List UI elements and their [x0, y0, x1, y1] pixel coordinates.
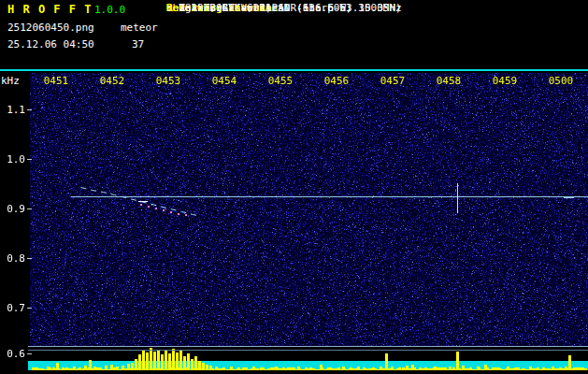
activity-bar	[116, 367, 119, 370]
x-axis-time-label: 0457	[380, 75, 406, 87]
activity-bar	[127, 364, 130, 370]
activity-bar	[456, 352, 459, 370]
activity-bar	[135, 359, 137, 370]
activity-bar	[372, 367, 375, 370]
activity-bar	[507, 367, 509, 370]
activity-bar	[191, 359, 194, 370]
activity-bar	[580, 368, 582, 370]
y-axis-freq-label: 0.9	[0, 203, 25, 215]
app-version: 1.0.0	[94, 4, 125, 16]
activity-bar	[138, 354, 141, 370]
activity-bar	[441, 367, 444, 370]
activity-bar	[434, 367, 437, 370]
activity-bar	[187, 353, 190, 370]
activity-bar	[153, 352, 156, 370]
activity-bar	[529, 367, 532, 370]
activity-bar	[267, 368, 270, 370]
activity-bar	[312, 368, 315, 370]
activity-bar	[150, 348, 152, 370]
activity-bar	[559, 367, 562, 370]
freq-tick-mark	[27, 308, 32, 309]
activity-bar	[222, 367, 225, 370]
activity-bar	[380, 367, 382, 370]
activity-bar	[183, 356, 186, 370]
activity-bar	[426, 368, 429, 370]
activity-bar	[110, 365, 113, 370]
activity-bar	[568, 355, 571, 370]
activity-bar	[385, 353, 388, 370]
activity-bar	[161, 354, 164, 370]
activity-bar	[47, 367, 50, 370]
freq-tick-mark	[27, 353, 32, 354]
info-value: : 2el-HB9CV Vertical (el. E-W)	[166, 2, 352, 14]
output-filename: 2512060450.png	[7, 22, 94, 34]
activity-bar	[89, 360, 92, 370]
x-axis-time-label: 0459	[493, 75, 518, 87]
header-separator-line	[0, 69, 588, 71]
activity-bar	[245, 368, 248, 370]
activity-bar	[365, 368, 367, 370]
freq-tick-mark	[27, 109, 32, 110]
activity-bar	[67, 368, 70, 370]
y-axis-freq-label: 0.8	[0, 252, 25, 265]
activity-bar	[176, 352, 179, 370]
x-axis-time-label: 0452	[100, 75, 125, 87]
activity-bar	[131, 363, 134, 370]
activity-bar	[305, 367, 308, 370]
x-axis-time-label: 0451	[44, 75, 69, 87]
x-axis-time-label: 0500	[549, 75, 574, 87]
signal-activity-graph	[28, 348, 588, 374]
activity-bar	[36, 367, 38, 370]
activity-bar	[552, 367, 554, 370]
activity-bar	[492, 367, 495, 370]
activity-bar	[73, 367, 76, 370]
activity-bar	[462, 366, 465, 370]
activity-bar	[290, 368, 293, 370]
y-axis-freq-label: 1.0	[0, 153, 25, 165]
activity-bar	[484, 365, 487, 370]
activity-bar	[499, 368, 502, 370]
activity-bar	[172, 349, 175, 370]
graph-separator-line	[28, 350, 588, 351]
activity-bar	[327, 367, 330, 370]
activity-bar	[260, 367, 263, 370]
activity-bar	[565, 367, 567, 370]
hrofft-window: H R O F F T 1.0.0 2512060450.png meteor …	[0, 0, 588, 374]
activity-bar	[209, 366, 212, 370]
activity-bar	[282, 367, 285, 370]
activity-bar	[99, 367, 102, 370]
activity-bar	[350, 367, 352, 370]
activity-bar	[157, 350, 160, 370]
activity-bar	[275, 367, 278, 370]
activity-bar	[84, 366, 87, 370]
activity-bar	[206, 365, 208, 370]
activity-bar	[122, 366, 124, 370]
graph-separator-line	[28, 346, 588, 347]
freq-tick-mark	[27, 159, 32, 160]
activity-bar	[93, 367, 96, 370]
x-axis-time-label: 0453	[156, 75, 181, 87]
activity-bar	[391, 367, 394, 370]
activity-bar	[514, 367, 517, 370]
activity-bar	[105, 366, 108, 370]
activity-bar	[537, 367, 539, 370]
freq-tick-mark	[27, 258, 32, 259]
x-axis-time-label: 0454	[212, 75, 237, 87]
observation-datetime: 25.12.06 04:50	[7, 38, 94, 50]
activity-bar	[165, 350, 167, 370]
activity-bar	[419, 367, 422, 370]
activity-bar	[411, 365, 414, 370]
activity-bar	[342, 367, 345, 370]
activity-bar	[449, 367, 452, 370]
x-axis-time-label: 0458	[437, 75, 462, 87]
spectrogram-canvas	[30, 73, 588, 346]
activity-bar	[215, 367, 218, 370]
observation-mode: meteor	[121, 22, 158, 34]
activity-bar	[237, 367, 240, 370]
activity-bar	[179, 351, 182, 370]
activity-bar	[56, 363, 59, 370]
app-title: H R O F F T	[7, 3, 92, 16]
activity-bar	[335, 368, 337, 370]
activity-bar	[52, 367, 55, 370]
activity-bar	[522, 368, 524, 370]
